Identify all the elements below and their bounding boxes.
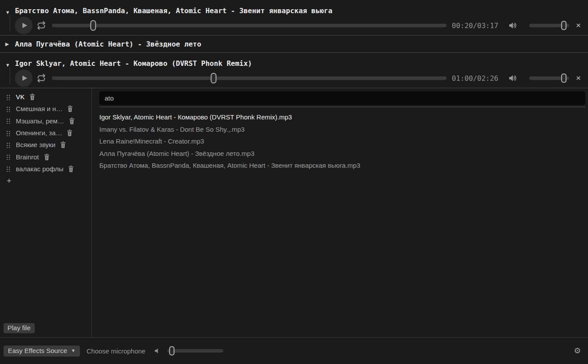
main-area: VK Смешная и н…: [0, 88, 588, 338]
file-row[interactable]: Imany vs. Filatov & Karas - Dont Be So S…: [99, 123, 585, 136]
volume-icon[interactable]: [508, 21, 518, 30]
trash-icon[interactable]: [67, 130, 73, 136]
drag-handle-icon[interactable]: [6, 154, 11, 160]
play-button[interactable]: [15, 69, 33, 87]
tab-label: валакас рофлы: [16, 165, 63, 173]
trash-icon[interactable]: [67, 105, 73, 112]
time-display: 01:00/02:26: [452, 74, 502, 83]
file-list: Igor Sklyar, Atomic Heart - Комарово (DV…: [92, 107, 588, 172]
file-row[interactable]: Алла Пугачёва (Atomic Heart) - Звёздное …: [99, 148, 585, 160]
soundboard-app: ▼ Братство Атома, BassnPanda, Квашеная, …: [0, 0, 588, 364]
trash-icon[interactable]: [44, 154, 50, 160]
time-display: 00:20/03:17: [452, 22, 502, 30]
drag-handle-icon[interactable]: [6, 106, 11, 112]
sidebar-tab-vsyakie-zvuki[interactable]: Всякие звуки: [0, 139, 91, 151]
seek-slider[interactable]: [52, 76, 446, 80]
bottom-bar: Easy Effects Source ▼ Choose microphone …: [0, 338, 588, 364]
mic-volume-slider-thumb[interactable]: [169, 346, 174, 356]
file-row[interactable]: Igor Sklyar, Atomic Heart - Комарово (DV…: [99, 111, 585, 123]
player-3-controls: 01:00/02:26 ×: [0, 68, 588, 88]
play-file-button[interactable]: Play file: [4, 323, 35, 333]
add-tab-button[interactable]: +: [0, 175, 91, 187]
player-3-header[interactable]: ▼ Igor Sklyar, Atomic Heart - Комарово (…: [0, 53, 588, 68]
plus-icon: +: [7, 176, 11, 186]
player-3: ▼ Igor Sklyar, Atomic Heart - Комарово (…: [0, 53, 588, 88]
trash-icon[interactable]: [68, 166, 74, 172]
choose-microphone-label: Choose microphone: [87, 347, 145, 355]
file-row[interactable]: Братство Атома, BassnPanda, Квашеная, At…: [99, 159, 585, 172]
volume-slider[interactable]: [529, 76, 569, 80]
tab-label: Brainrot: [16, 153, 39, 161]
tab-label: Смешная и н…: [16, 105, 62, 112]
repeat-icon[interactable]: [36, 73, 47, 83]
search-input[interactable]: [99, 91, 585, 105]
tab-label: VK: [16, 93, 25, 101]
player-1: ▼ Братство Атома, BassnPanda, Квашеная, …: [0, 0, 588, 36]
drag-handle-icon[interactable]: [6, 166, 11, 172]
player-2-title: Алла Пугачёва (Atomic Heart) - Звёздное …: [15, 40, 201, 48]
playlist-sidebar: VK Смешная и н…: [0, 88, 92, 337]
muted-speaker-icon[interactable]: [152, 346, 161, 355]
sidebar-spacer: [0, 187, 91, 323]
trash-icon[interactable]: [60, 141, 66, 148]
drag-handle-icon[interactable]: [6, 142, 11, 148]
player-2: ▶ Алла Пугачёва (Atomic Heart) - Звёздно…: [0, 36, 588, 53]
player-2-header[interactable]: ▶ Алла Пугачёва (Atomic Heart) - Звёздно…: [0, 36, 588, 52]
seek-slider-thumb[interactable]: [211, 73, 217, 83]
sidebar-tab-mashups[interactable]: Мэшапы, рем…: [0, 115, 91, 127]
tab-label: Всякие звуки: [16, 141, 55, 148]
sidebar-tab-openings[interactable]: Опенинги, за…: [0, 127, 91, 139]
collapse-arrow-icon[interactable]: ▼: [5, 62, 11, 68]
volume-icon[interactable]: [508, 73, 518, 83]
gear-icon[interactable]: ⚙: [574, 346, 581, 355]
player-3-title: Igor Sklyar, Atomic Heart - Комарово (DV…: [15, 59, 252, 68]
play-button[interactable]: [15, 17, 33, 34]
audio-source-dropdown[interactable]: Easy Effects Source ▼: [4, 346, 80, 357]
volume-slider-thumb[interactable]: [561, 21, 566, 30]
file-panel: Igor Sklyar, Atomic Heart - Комарово (DV…: [92, 88, 588, 337]
play-file-area: Play file: [0, 323, 91, 337]
sidebar-tab-smeshnaya[interactable]: Смешная и н…: [0, 103, 91, 115]
player-1-title: Братство Атома, BassnPanda, Квашеная, At…: [15, 7, 332, 15]
audio-source-label: Easy Effects Source: [8, 347, 67, 354]
seek-slider-thumb[interactable]: [91, 20, 96, 31]
sidebar-tab-brainrot[interactable]: Brainrot: [0, 151, 91, 162]
player-1-header[interactable]: ▼ Братство Атома, BassnPanda, Квашеная, …: [0, 0, 588, 16]
play-icon: [22, 76, 27, 81]
trash-icon[interactable]: [29, 94, 35, 100]
mic-volume-slider[interactable]: [167, 349, 223, 353]
file-row[interactable]: Lena Raine!Minecraft - Creator.mp3: [99, 135, 585, 148]
players-section: ▼ Братство Атома, BassnPanda, Квашеная, …: [0, 0, 588, 88]
close-icon[interactable]: ×: [573, 21, 583, 30]
tab-label: Опенинги, за…: [16, 129, 62, 137]
seek-slider[interactable]: [52, 24, 446, 27]
drag-handle-icon[interactable]: [6, 94, 11, 100]
chevron-down-icon: ▼: [71, 348, 76, 353]
expand-arrow-icon[interactable]: ▶: [5, 41, 11, 47]
volume-slider-thumb[interactable]: [561, 74, 566, 83]
play-icon: [22, 23, 27, 28]
sidebar-tab-valakas-rofly[interactable]: валакас рофлы: [0, 163, 91, 175]
player-1-controls: 00:20/03:17 ×: [0, 16, 588, 35]
close-icon[interactable]: ×: [573, 73, 583, 83]
volume-slider[interactable]: [529, 24, 569, 27]
collapse-arrow-icon[interactable]: ▼: [5, 10, 11, 15]
tab-label: Мэшапы, рем…: [16, 117, 64, 125]
trash-icon[interactable]: [69, 118, 75, 124]
repeat-icon[interactable]: [36, 20, 47, 31]
drag-handle-icon[interactable]: [6, 130, 11, 136]
sidebar-tab-vk[interactable]: VK: [0, 91, 91, 103]
drag-handle-icon[interactable]: [6, 118, 11, 124]
